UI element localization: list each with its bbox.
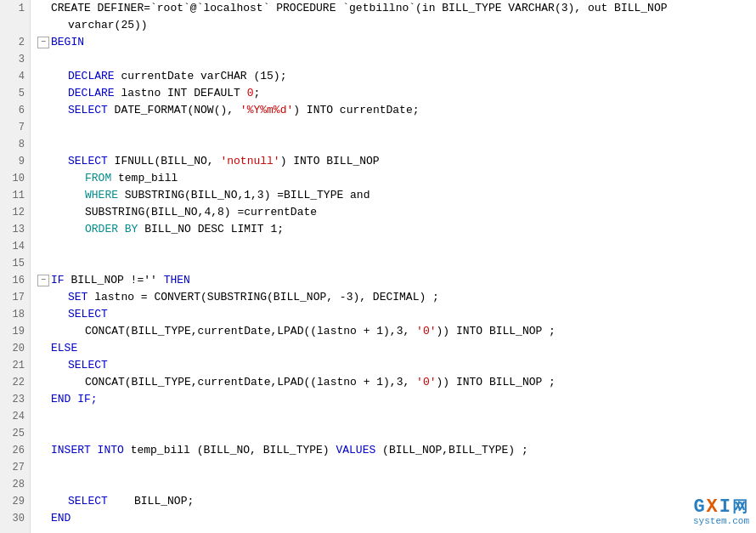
code-line [37, 459, 756, 476]
line-number: 4 [0, 68, 30, 85]
code-line: SELECT DATE_FORMAT(NOW(), '%Y%m%d') INTO… [37, 102, 756, 119]
code-token: varchar(25)) [68, 17, 148, 34]
code-line [37, 476, 756, 493]
code-token: temp_bill (BILL_NO, BILL_TYPE) [124, 442, 336, 459]
watermark-domain: system.com [693, 516, 749, 526]
code-token: ) INTO currentDate; [293, 102, 419, 119]
code-token: lastno = CONVERT(SUBSTRING(BILL_NOP, -3)… [87, 289, 438, 306]
code-line [37, 425, 756, 442]
line-number: 18 [0, 306, 30, 323]
line-number: 17 [0, 289, 30, 306]
code-token: )) INTO BILL_NOP ; [436, 323, 555, 340]
code-line: SELECT BILL_NOP; [37, 493, 756, 510]
code-token: FROM [85, 170, 111, 187]
code-line: END [37, 510, 756, 527]
line-number: 1 [0, 0, 30, 17]
line-number: 12 [0, 204, 30, 221]
line-number-blank [0, 17, 30, 34]
line-number: 6 [0, 102, 30, 119]
code-line: CONCAT(BILL_TYPE,currentDate,LPAD((lastn… [37, 323, 756, 340]
line-number: 24 [0, 408, 30, 425]
line-numbers: 1234567891011121314151617181920212223242… [0, 0, 31, 533]
code-token: 0 [247, 85, 254, 102]
code-token: END IF; [51, 391, 98, 408]
code-token: CONCAT(BILL_TYPE,currentDate,LPAD((lastn… [85, 323, 416, 340]
code-token: (BILL_NOP,BILL_TYPE) ; [375, 442, 528, 459]
code-line: SELECT [37, 306, 756, 323]
line-number: 30 [0, 510, 30, 527]
code-token: VALUES [336, 442, 375, 459]
line-number: 29 [0, 493, 30, 510]
line-number: 26 [0, 442, 30, 459]
code-line: ELSE [37, 340, 756, 357]
code-token: and [350, 187, 370, 204]
code-line: SET lastno = CONVERT(SUBSTRING(BILL_NOP,… [37, 289, 756, 306]
code-token: SELECT [68, 357, 108, 374]
code-token: '%Y%m%d' [240, 102, 293, 119]
code-token: ORDER BY [85, 221, 138, 238]
code-token: '0' [416, 323, 436, 340]
line-number: 25 [0, 425, 30, 442]
watermark-g: G [693, 496, 706, 518]
code-token: DECLARE [68, 85, 115, 102]
line-number: 27 [0, 459, 30, 476]
line-number: 28 [0, 476, 30, 493]
line-number: 11 [0, 187, 30, 204]
code-token: ELSE [51, 340, 77, 357]
fold-icon[interactable]: − [37, 275, 49, 286]
code-token: CREATE DEFINER=`root`@`localhost` PROCED… [51, 0, 668, 17]
line-number: 21 [0, 357, 30, 374]
line-number: 3 [0, 51, 30, 68]
line-number: 10 [0, 170, 30, 187]
line-number: 23 [0, 391, 30, 408]
code-line: FROM temp_bill [37, 170, 756, 187]
code-token: temp_bill [111, 170, 178, 187]
watermark-logo: GXI网 [693, 496, 749, 518]
watermark-cn: 网 [732, 499, 749, 516]
code-token: DECLARE [68, 68, 115, 85]
code-token: SUBSTRING(BILL_NO,4,8) =currentDate [85, 204, 317, 221]
code-line [37, 119, 756, 136]
line-number: 7 [0, 119, 30, 136]
code-line [37, 51, 756, 68]
line-number: 9 [0, 153, 30, 170]
code-line: SELECT IFNULL(BILL_NO, 'notnull') INTO B… [37, 153, 756, 170]
watermark-i: I [719, 496, 732, 518]
code-token: SELECT [68, 153, 108, 170]
code-token: lastno INT DEFAULT [115, 85, 247, 102]
code-line: SELECT [37, 357, 756, 374]
line-number: 8 [0, 136, 30, 153]
code-line: −BEGIN [37, 34, 756, 51]
code-line: SUBSTRING(BILL_NO,4,8) =currentDate [37, 204, 756, 221]
code-token: WHERE [85, 187, 118, 204]
code-line: CREATE DEFINER=`root`@`localhost` PROCED… [37, 0, 756, 17]
code-line: DECLARE lastno INT DEFAULT 0; [37, 85, 756, 102]
line-number: 19 [0, 323, 30, 340]
watermark-x: X [707, 496, 719, 518]
code-token: CONCAT(BILL_TYPE,currentDate,LPAD((lastn… [85, 374, 416, 391]
line-number: 2 [0, 34, 30, 51]
code-token: BILL_NOP !='' [65, 272, 164, 289]
line-number: 13 [0, 221, 30, 238]
code-token: SET [68, 289, 87, 306]
code-token: SELECT [68, 306, 108, 323]
code-line [37, 136, 756, 153]
code-line: WHERE SUBSTRING(BILL_NO,1,3) =BILL_TYPE … [37, 187, 756, 204]
line-number: 22 [0, 374, 30, 391]
code-token: BEGIN [51, 34, 84, 51]
code-token: IF [51, 272, 65, 289]
code-token: ; [253, 85, 260, 102]
line-number: 16 [0, 272, 30, 289]
code-token: THEN [164, 272, 190, 289]
code-line [37, 255, 756, 272]
line-number: 15 [0, 255, 30, 272]
code-area: CREATE DEFINER=`root`@`localhost` PROCED… [31, 0, 756, 533]
code-editor: 1234567891011121314151617181920212223242… [0, 0, 756, 533]
code-line: END IF; [37, 391, 756, 408]
code-line: DECLARE currentDate varCHAR (15); [37, 68, 756, 85]
code-token: 'notnull' [220, 153, 279, 170]
code-token: SELECT [68, 102, 108, 119]
code-token: END [51, 510, 71, 527]
code-line: ORDER BY BILL_NO DESC LIMIT 1; [37, 221, 756, 238]
fold-icon[interactable]: − [37, 37, 49, 48]
